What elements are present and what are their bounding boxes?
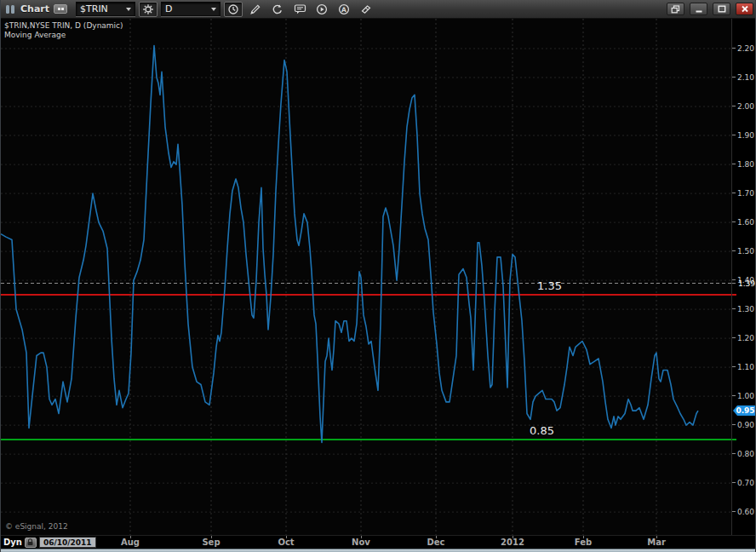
copyright-text: © eSignal, 2012 [5,522,68,531]
eraser-icon [360,3,372,15]
restore-down-icon [671,5,680,14]
legend-study: Moving Average [4,31,123,40]
interval-combo-value: D [165,3,172,14]
y-axis-tick-label: 1.20 [732,334,756,342]
toolbar: Chart $TRIN D A [1,0,756,19]
symbol-link-badge[interactable] [54,4,67,14]
maximize-icon [718,5,726,13]
clock-icon [227,3,239,15]
quote-bubble-icon [294,3,306,15]
close-button[interactable] [736,3,753,15]
support-line-axis-marker [732,439,736,440]
x-axis-label: Dec [427,538,444,547]
y-axis-tick-label: 2.20 [732,44,756,53]
x-axis-label: Aug [121,538,140,547]
chart-window-icon [4,3,16,15]
x-axis-label: Oct [278,538,294,547]
play-circle-button[interactable] [312,2,331,17]
y-axis-tick-label: 2.00 [732,102,756,111]
y-axis-tick-label: 0.60 [732,508,756,516]
x-axis-label: Mar [647,538,666,547]
y-axis-tick-label: 1.60 [732,218,756,227]
lock-icon [26,538,34,546]
y-axis-tick-label: 0.80 [732,450,756,458]
window-title-area: Chart [4,3,67,15]
y-axis-tick-label: 2.10 [732,73,756,82]
dyn-mode-label: Dyn [3,538,22,547]
x-axis-label: 2012 [501,538,524,547]
window-bottom-edge[interactable] [1,549,756,552]
close-icon [741,5,749,13]
y-axis-tick-label: 0.90 [732,421,756,429]
x-axis-label: Sep [202,538,220,547]
play-circle-icon [316,3,328,15]
goto-date-field[interactable]: 06/10/2011 [39,537,96,548]
minimize-button[interactable] [690,3,707,15]
resistance-line-label: 1.35 [537,280,562,292]
reload-button[interactable] [268,2,287,17]
chart-region: $TRIN,NYSE TRIN, D (Dynamic) Moving Aver… [1,19,756,535]
minimize-icon [695,5,703,13]
price-axis[interactable]: 2.202.102.001.901.801.701.601.501.401.30… [731,19,756,535]
draw-pencil-button[interactable] [246,2,265,17]
y-axis-tick-label: 1.30 [732,305,756,313]
support-line-label: 0.85 [530,425,554,437]
resistance-line-axis-marker [732,294,736,296]
chevron-down-icon [211,8,216,11]
chart-window: Chart $TRIN D A [0,0,756,552]
interval-combo[interactable]: D [161,2,220,16]
symbol-lookup-icon [142,3,154,15]
y-axis-tick-label: 1.80 [732,160,756,169]
price-plot-svg[interactable] [1,19,731,535]
y-axis-tick-label: 1.70 [732,189,756,198]
y-axis-tick-label: 1.90 [732,131,756,140]
y-axis-tick-label: 1.00 [732,392,756,400]
y-axis-tick-label: 0.70 [732,479,756,487]
quote-bubble-button[interactable] [290,2,309,17]
x-axis-label: Nov [352,538,370,547]
window-title: Chart [20,3,49,14]
eraser-button[interactable] [357,2,375,17]
a-circle-icon: A [338,3,350,15]
svg-text:A: A [341,5,346,13]
symbol-combo-value: $TRIN [80,3,108,14]
moving-average-value-label: 1.39 [732,279,756,288]
maximize-button[interactable] [713,3,730,15]
legend: $TRIN,NYSE TRIN, D (Dynamic) Moving Aver… [4,21,123,40]
symbol-combo[interactable]: $TRIN [76,2,135,16]
symbol-lookup-button[interactable] [139,2,158,17]
last-value-badge: 0.95 [733,405,756,416]
chevron-down-icon [126,8,131,11]
interval-clock-button[interactable] [224,2,243,17]
y-axis-tick-label: 1.10 [732,363,756,371]
y-axis-tick-label: 1.50 [732,247,756,256]
restore-down-button[interactable] [667,3,684,15]
trin-price-line[interactable] [1,46,698,443]
pencil-icon [249,3,261,15]
reload-icon [272,3,284,15]
x-axis-label: Feb [575,538,592,547]
legend-symbol: $TRIN,NYSE TRIN, D (Dynamic) [4,21,123,31]
auto-a-circle-button[interactable]: A [335,2,353,17]
price-plot[interactable]: $TRIN,NYSE TRIN, D (Dynamic) Moving Aver… [1,19,731,535]
lock-button[interactable] [25,538,37,548]
time-axis[interactable]: Dyn 06/10/2011 AugSepOctNovDec2012FebMar [1,535,756,549]
